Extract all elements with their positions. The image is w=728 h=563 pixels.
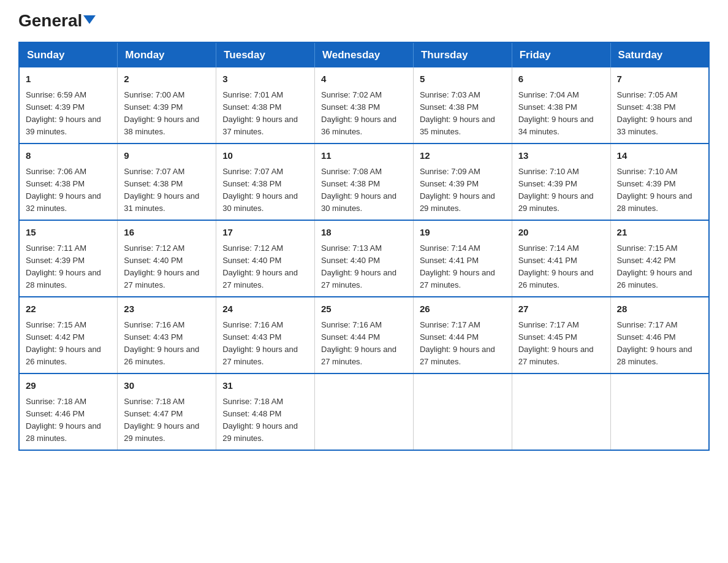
day-info: Sunrise: 7:02 AM Sunset: 4:38 PM Dayligh… [321, 89, 407, 139]
calendar-cell: 2 Sunrise: 7:00 AM Sunset: 4:39 PM Dayli… [118, 67, 216, 144]
day-number: 16 [124, 226, 210, 240]
day-info: Sunrise: 7:18 AM Sunset: 4:48 PM Dayligh… [222, 396, 308, 445]
day-number: 23 [124, 302, 210, 316]
day-info: Sunrise: 7:17 AM Sunset: 4:44 PM Dayligh… [420, 319, 506, 369]
calendar-cell: 30 Sunrise: 7:18 AM Sunset: 4:47 PM Dayl… [118, 373, 216, 450]
calendar-cell: 25 Sunrise: 7:16 AM Sunset: 4:44 PM Dayl… [315, 297, 414, 373]
day-info: Sunrise: 7:13 AM Sunset: 4:40 PM Dayligh… [321, 242, 407, 292]
day-info: Sunrise: 7:14 AM Sunset: 4:41 PM Dayligh… [420, 242, 506, 292]
calendar-cell [315, 373, 414, 450]
day-info: Sunrise: 7:09 AM Sunset: 4:39 PM Dayligh… [420, 166, 506, 215]
calendar-cell: 18 Sunrise: 7:13 AM Sunset: 4:40 PM Dayl… [315, 220, 414, 297]
day-info: Sunrise: 7:16 AM Sunset: 4:44 PM Dayligh… [321, 319, 407, 369]
day-info: Sunrise: 7:00 AM Sunset: 4:39 PM Dayligh… [124, 89, 210, 139]
day-number: 22 [26, 302, 111, 316]
day-header-friday: Friday [512, 42, 610, 67]
day-number: 5 [420, 72, 506, 86]
calendar-cell: 4 Sunrise: 7:02 AM Sunset: 4:38 PM Dayli… [315, 67, 414, 144]
calendar-cell [610, 373, 709, 450]
calendar-cell: 10 Sunrise: 7:07 AM Sunset: 4:38 PM Dayl… [216, 144, 315, 220]
calendar-cell: 3 Sunrise: 7:01 AM Sunset: 4:38 PM Dayli… [216, 67, 315, 144]
page-header: General [18, 12, 710, 31]
calendar-cell: 17 Sunrise: 7:12 AM Sunset: 4:40 PM Dayl… [216, 220, 315, 297]
day-info: Sunrise: 7:16 AM Sunset: 4:43 PM Dayligh… [222, 319, 308, 369]
day-header-saturday: Saturday [610, 42, 709, 67]
day-info: Sunrise: 7:10 AM Sunset: 4:39 PM Dayligh… [617, 166, 702, 215]
day-number: 11 [321, 149, 407, 163]
day-info: Sunrise: 7:06 AM Sunset: 4:38 PM Dayligh… [26, 166, 111, 215]
day-number: 20 [518, 226, 604, 240]
calendar-cell: 29 Sunrise: 7:18 AM Sunset: 4:46 PM Dayl… [19, 373, 118, 450]
day-header-sunday: Sunday [19, 42, 118, 67]
day-info: Sunrise: 7:18 AM Sunset: 4:47 PM Dayligh… [124, 396, 210, 445]
day-header-tuesday: Tuesday [216, 42, 315, 67]
day-number: 28 [617, 302, 702, 316]
day-header-row: SundayMondayTuesdayWednesdayThursdayFrid… [19, 42, 709, 67]
calendar-cell: 5 Sunrise: 7:03 AM Sunset: 4:38 PM Dayli… [413, 67, 512, 144]
week-row-5: 29 Sunrise: 7:18 AM Sunset: 4:46 PM Dayl… [19, 373, 709, 450]
day-number: 12 [420, 149, 506, 163]
day-number: 4 [321, 72, 407, 86]
day-number: 3 [222, 72, 308, 86]
week-row-1: 1 Sunrise: 6:59 AM Sunset: 4:39 PM Dayli… [19, 67, 709, 144]
day-number: 27 [518, 302, 604, 316]
day-info: Sunrise: 7:16 AM Sunset: 4:43 PM Dayligh… [124, 319, 210, 369]
day-header-monday: Monday [118, 42, 216, 67]
calendar-cell: 7 Sunrise: 7:05 AM Sunset: 4:38 PM Dayli… [610, 67, 709, 144]
day-info: Sunrise: 7:11 AM Sunset: 4:39 PM Dayligh… [26, 242, 111, 292]
day-number: 31 [222, 379, 308, 393]
day-number: 21 [617, 226, 702, 240]
day-number: 8 [26, 149, 111, 163]
calendar-cell: 21 Sunrise: 7:15 AM Sunset: 4:42 PM Dayl… [610, 220, 709, 297]
day-info: Sunrise: 7:12 AM Sunset: 4:40 PM Dayligh… [124, 242, 210, 292]
calendar-cell: 12 Sunrise: 7:09 AM Sunset: 4:39 PM Dayl… [413, 144, 512, 220]
day-info: Sunrise: 7:07 AM Sunset: 4:38 PM Dayligh… [124, 166, 210, 215]
week-row-4: 22 Sunrise: 7:15 AM Sunset: 4:42 PM Dayl… [19, 297, 709, 373]
calendar-cell: 11 Sunrise: 7:08 AM Sunset: 4:38 PM Dayl… [315, 144, 414, 220]
day-info: Sunrise: 7:03 AM Sunset: 4:38 PM Dayligh… [420, 89, 506, 139]
day-number: 29 [26, 379, 111, 393]
calendar-cell: 9 Sunrise: 7:07 AM Sunset: 4:38 PM Dayli… [118, 144, 216, 220]
calendar-cell [413, 373, 512, 450]
day-number: 9 [124, 149, 210, 163]
day-info: Sunrise: 6:59 AM Sunset: 4:39 PM Dayligh… [26, 89, 111, 139]
week-row-3: 15 Sunrise: 7:11 AM Sunset: 4:39 PM Dayl… [19, 220, 709, 297]
day-number: 2 [124, 72, 210, 86]
day-info: Sunrise: 7:15 AM Sunset: 4:42 PM Dayligh… [617, 242, 702, 292]
day-number: 14 [617, 149, 702, 163]
calendar-cell: 27 Sunrise: 7:17 AM Sunset: 4:45 PM Dayl… [512, 297, 610, 373]
day-number: 7 [617, 72, 702, 86]
day-number: 10 [222, 149, 308, 163]
calendar-cell: 13 Sunrise: 7:10 AM Sunset: 4:39 PM Dayl… [512, 144, 610, 220]
calendar-cell: 19 Sunrise: 7:14 AM Sunset: 4:41 PM Dayl… [413, 220, 512, 297]
day-number: 13 [518, 149, 604, 163]
calendar-cell [512, 373, 610, 450]
day-info: Sunrise: 7:17 AM Sunset: 4:45 PM Dayligh… [518, 319, 604, 369]
calendar-cell: 26 Sunrise: 7:17 AM Sunset: 4:44 PM Dayl… [413, 297, 512, 373]
calendar-cell: 23 Sunrise: 7:16 AM Sunset: 4:43 PM Dayl… [118, 297, 216, 373]
day-number: 1 [26, 72, 111, 86]
day-info: Sunrise: 7:17 AM Sunset: 4:46 PM Dayligh… [617, 319, 702, 369]
day-number: 25 [321, 302, 407, 316]
day-info: Sunrise: 7:12 AM Sunset: 4:40 PM Dayligh… [222, 242, 308, 292]
logo: General [18, 12, 96, 31]
day-info: Sunrise: 7:18 AM Sunset: 4:46 PM Dayligh… [26, 396, 111, 445]
calendar-table: SundayMondayTuesdayWednesdayThursdayFrid… [18, 42, 710, 451]
calendar-header: SundayMondayTuesdayWednesdayThursdayFrid… [19, 42, 709, 67]
day-number: 24 [222, 302, 308, 316]
day-info: Sunrise: 7:05 AM Sunset: 4:38 PM Dayligh… [617, 89, 702, 139]
day-header-wednesday: Wednesday [315, 42, 414, 67]
day-info: Sunrise: 7:04 AM Sunset: 4:38 PM Dayligh… [518, 89, 604, 139]
calendar-cell: 22 Sunrise: 7:15 AM Sunset: 4:42 PM Dayl… [19, 297, 118, 373]
day-number: 19 [420, 226, 506, 240]
day-number: 26 [420, 302, 506, 316]
day-info: Sunrise: 7:07 AM Sunset: 4:38 PM Dayligh… [222, 166, 308, 215]
day-number: 17 [222, 226, 308, 240]
day-info: Sunrise: 7:15 AM Sunset: 4:42 PM Dayligh… [26, 319, 111, 369]
calendar-cell: 24 Sunrise: 7:16 AM Sunset: 4:43 PM Dayl… [216, 297, 315, 373]
calendar-cell: 6 Sunrise: 7:04 AM Sunset: 4:38 PM Dayli… [512, 67, 610, 144]
day-number: 18 [321, 226, 407, 240]
day-number: 6 [518, 72, 604, 86]
calendar-body: 1 Sunrise: 6:59 AM Sunset: 4:39 PM Dayli… [19, 67, 709, 450]
calendar-cell: 1 Sunrise: 6:59 AM Sunset: 4:39 PM Dayli… [19, 67, 118, 144]
